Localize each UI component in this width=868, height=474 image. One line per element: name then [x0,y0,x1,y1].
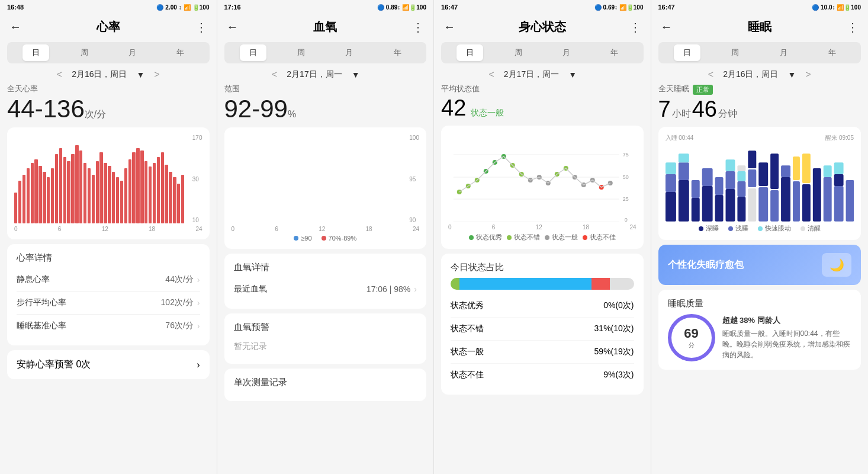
bo-legend: ≥90 70%-89% [232,235,420,242]
sleep-minutes: 46 [692,97,717,122]
body-state-chart: 75 50 25 0 0 6 12 18 24 状态优秀 [441,126,644,249]
hr-bar [104,163,107,223]
hr-bar [169,172,172,223]
tab-year-1[interactable]: 年 [167,44,194,61]
walk-hr-row[interactable]: 步行平均心率 102次/分 › [17,292,200,315]
hr-bar [31,163,34,223]
tab-year-2[interactable]: 年 [384,44,411,61]
date-indicator-3: ▼ [568,70,577,79]
state-row-good: 状态不错 31%(10次) [451,318,634,341]
tab-month-1[interactable]: 月 [119,44,146,61]
back-button-3[interactable]: ← [443,20,455,34]
tab-month-3[interactable]: 月 [553,44,580,61]
bo-warning-card: 血氧预警 暂无记录 [224,313,427,364]
tab-bar-4: 日 周 月 年 [658,42,861,63]
more-button-1[interactable]: ⋮ [195,20,207,34]
next-date-4[interactable]: > [805,69,811,80]
heart-rate-chart: 170 30 10 0 6 12 18 24 [7,127,210,239]
more-button-2[interactable]: ⋮ [412,20,424,34]
bo-no-record: 暂无记录 [234,338,417,356]
tab-week-3[interactable]: 周 [505,44,532,61]
tab-week-4[interactable]: 周 [722,44,748,61]
svg-rect-35 [715,177,723,195]
sleep-quality-unit: 分 [689,341,695,350]
insomnia-banner[interactable]: 个性化失眠疗愈包 🌙 [658,245,861,285]
svg-rect-39 [725,171,735,189]
hr-bar [157,157,160,224]
svg-rect-61 [834,186,843,222]
arrow-icon: › [197,321,200,331]
status-icons-3: 🔵 0.69↕ 📶🔋100 [594,4,644,11]
prev-date-4[interactable]: < [708,69,713,80]
sleep-hr-row[interactable]: 睡眠基准心率 76次/分 › [17,315,200,337]
back-button-1[interactable]: ← [9,20,21,34]
sleep-quality-info: 超越 38% 同龄人 睡眠质量一般。入睡时间00:44，有些晚。晚睡会削弱免疫系… [722,315,852,360]
time-3: 16:47 [441,4,458,11]
date-nav-1: < 2月16日，周日 ▼ > [0,66,217,84]
hr-warning-card[interactable]: 安静心率预警 0次 › [7,350,210,379]
hr-bar [140,150,143,223]
state-row-normal: 状态一般 59%(19次) [451,341,634,364]
legend-rem: 快速眼动 [758,224,791,233]
sleep-hours: 7 [658,97,671,122]
sleep-quality-content: 69 分 超越 38% 同龄人 睡眠质量一般。入睡时间00:44，有些晚。晚睡会… [668,314,852,361]
prev-date-1[interactable]: < [57,69,62,80]
tab-day-3[interactable]: 日 [456,44,483,61]
tab-day-1[interactable]: 日 [22,44,49,61]
arrow-icon: › [414,284,417,294]
sleep-chart: 入睡 00:44 醒来 09:05 [658,127,861,240]
hr-bar [83,163,86,223]
heart-rate-panel: 16:48 🔵 2.00 ↕ 📶 🔋100 ← 心率 ⋮ 日 周 月 年 < 2… [0,0,217,474]
bo-bar-group [232,223,243,223]
progress-good [459,278,591,290]
hr-bar [92,175,95,224]
heart-rate-detail-card: 心率详情 静息心率 44次/分 › 步行平均心率 102次/分 › 睡眠基准心率… [7,244,210,345]
svg-rect-28 [691,198,699,222]
current-date-1: 2月16日，周日 [72,69,127,80]
more-button-4[interactable]: ⋮ [847,20,859,34]
x-labels-3: 0 6 12 18 24 [448,224,636,230]
back-button-2[interactable]: ← [227,20,239,34]
body-state-value: 42 [441,95,466,121]
resting-hr-row[interactable]: 静息心率 44次/分 › [17,268,200,292]
date-nav-3: < 2月17日，周一 ▼ [434,66,651,84]
header-2: ← 血氧 ⋮ [217,14,434,40]
hr-bar [22,175,25,224]
tab-bar-3: 日 周 月 年 [441,42,644,63]
scroll-content-2: 范围 92-99% [217,84,434,474]
tab-month-4[interactable]: 月 [770,44,797,61]
tab-day-2[interactable]: 日 [240,44,266,61]
svg-rect-37 [678,153,689,162]
sleep-time-meta: 入睡 00:44 醒来 09:05 [666,134,854,142]
svg-rect-52 [781,177,790,222]
status-bar-4: 16:47 🔵 10.0↕ 📶🔋100 [651,0,869,14]
svg-rect-44 [737,165,745,171]
recent-bo-row[interactable]: 最近血氧 17:06 | 98% › [234,278,417,300]
svg-rect-57 [802,184,810,222]
body-state-panel: 16:47 🔵 0.69↕ 📶🔋100 ← 身心状态 ⋮ 日 周 月 年 < 2… [434,0,651,474]
svg-rect-63 [834,162,843,174]
back-button-4[interactable]: ← [661,20,673,34]
hr-bar [88,168,91,223]
sleep-quality-circle: 69 分 [668,314,715,361]
tab-year-3[interactable]: 年 [601,44,628,61]
prev-date-3[interactable]: < [488,69,494,80]
sleep-quality-desc: 超越 38% 同龄人 [722,315,852,326]
tab-year-4[interactable]: 年 [819,44,846,61]
tab-month-2[interactable]: 月 [336,44,362,61]
scroll-content-1: 全天心率 44-136次/分 [0,84,217,474]
svg-text:75: 75 [623,152,629,158]
tab-day-4[interactable]: 日 [674,44,700,61]
header-3: ← 身心状态 ⋮ [434,14,651,40]
svg-rect-47 [748,188,756,222]
svg-rect-51 [770,190,779,222]
prev-date-2[interactable]: < [272,69,277,80]
tab-week-2[interactable]: 周 [288,44,314,61]
svg-rect-30 [715,195,723,222]
more-button-3[interactable]: ⋮ [629,20,641,34]
state-row-poor: 状态不佳 9%(3次) [451,364,634,386]
tab-week-1[interactable]: 周 [71,44,98,61]
next-date-1[interactable]: > [154,69,159,80]
svg-rect-59 [823,177,831,222]
date-indicator-2: ▼ [352,70,360,79]
